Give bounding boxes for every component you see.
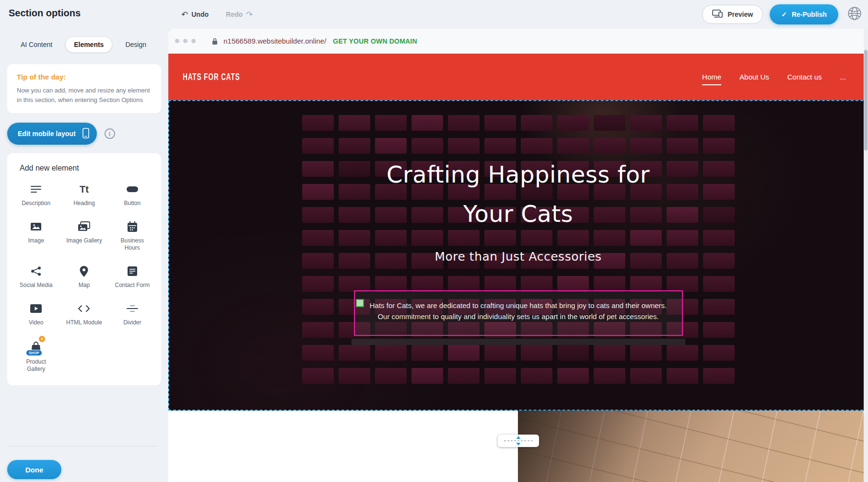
tip-of-the-day-card: Tip of the day: Now you can add, move an…: [7, 64, 161, 113]
shop-badge: SHOP: [26, 350, 42, 356]
selected-text-element[interactable]: Hats for Cats, we are dedicated to craft…: [354, 290, 683, 336]
edit-mobile-label: Edit mobile layout: [18, 130, 76, 138]
hero-heading[interactable]: Crafting Happiness for Your Cats: [169, 155, 867, 233]
brick-tile: [484, 345, 516, 361]
hero-content: Crafting Happiness for Your Cats More th…: [169, 101, 867, 345]
redo-label: Redo: [226, 11, 243, 18]
undo-label: Undo: [191, 11, 209, 18]
nav-about-us[interactable]: About Us: [739, 73, 769, 81]
next-section-white[interactable]: [168, 411, 518, 482]
element-business-hours[interactable]: Business Hours: [108, 219, 156, 252]
hero-section[interactable]: Crafting Happiness for Your Cats More th…: [168, 100, 868, 411]
window-dot: [191, 39, 196, 43]
element-video[interactable]: Video: [12, 301, 60, 326]
elements-grid: Description Tt Heading Button Image: [12, 182, 156, 373]
topbar-actions: Preview ✓ Re-Publish: [702, 4, 864, 24]
brick-tile: [703, 345, 735, 361]
hero-subheading[interactable]: More than Just Accessories: [169, 250, 867, 264]
topbar: Section options ↶ Undo Redo ↷ Preview ✓ …: [0, 0, 868, 29]
element-heading[interactable]: Tt Heading: [60, 182, 108, 207]
tab-elements[interactable]: Elements: [65, 36, 112, 53]
info-icon[interactable]: i: [105, 128, 115, 139]
site-header[interactable]: HATS FOR CATS Home About Us Contact us .…: [168, 54, 868, 100]
element-shadow: [352, 339, 685, 345]
get-domain-link[interactable]: GET YOUR OWN DOMAIN: [333, 37, 417, 45]
brick-tile: [448, 345, 480, 361]
video-icon: [30, 301, 42, 316]
preview-label: Preview: [727, 11, 753, 18]
site-logo[interactable]: HATS FOR CATS: [183, 71, 240, 82]
element-button[interactable]: Button: [108, 182, 156, 207]
element-contact-form[interactable]: Contact Form: [108, 264, 156, 289]
contact-form-icon: [127, 264, 138, 278]
map-pin-icon: [79, 264, 89, 278]
brick-tile: [339, 345, 370, 361]
redo-button[interactable]: Redo ↷: [226, 11, 253, 19]
brick-tile: [448, 368, 480, 384]
scrollbar-track[interactable]: [864, 29, 868, 482]
shopping-bag-icon: SHOP +: [30, 339, 42, 355]
element-image-gallery[interactable]: Image Gallery: [60, 219, 108, 252]
brick-tile: [302, 345, 334, 361]
image-icon: [30, 219, 42, 234]
element-description[interactable]: Description: [12, 182, 60, 207]
brick-tile: [630, 368, 662, 384]
element-image[interactable]: Image: [12, 219, 60, 252]
sidebar: AI Content Elements Design Tip of the da…: [0, 29, 168, 482]
brick-tile: [594, 345, 625, 361]
republish-label: Re-Publish: [792, 11, 827, 18]
done-button[interactable]: Done: [7, 460, 61, 479]
add-element-panel: Add new element Description Tt Heading B…: [7, 153, 161, 385]
brick-tile: [557, 368, 589, 384]
nav-home[interactable]: Home: [702, 73, 721, 81]
tip-title: Tip of the day:: [17, 73, 152, 81]
brick-tile: [630, 345, 662, 361]
page-title: Section options: [9, 8, 81, 19]
brick-tile: [667, 345, 698, 361]
image-gallery-icon: [77, 219, 91, 234]
globe-icon: [847, 6, 862, 23]
element-product-gallery[interactable]: SHOP + Product Gallery: [12, 339, 60, 373]
lock-icon: [212, 37, 218, 45]
scrollbar-thumb[interactable]: [864, 50, 868, 150]
brick-tile: [667, 368, 698, 384]
brick-tile: [521, 345, 552, 361]
element-divider[interactable]: Divider: [108, 301, 156, 326]
section-resize-handle[interactable]: [498, 435, 539, 447]
redo-icon: ↷: [246, 11, 253, 19]
edit-mobile-layout-button[interactable]: Edit mobile layout: [7, 123, 97, 145]
divider-icon: [126, 301, 139, 316]
description-icon: [30, 182, 42, 196]
button-icon: [126, 182, 139, 196]
republish-button[interactable]: ✓ Re-Publish: [770, 4, 838, 24]
pavement-photo[interactable]: [518, 411, 868, 482]
nav-more[interactable]: ...: [840, 73, 846, 81]
browser-chrome: n1566589.websitebuilder.online/ GET YOUR…: [168, 29, 868, 54]
language-globe-button[interactable]: [845, 5, 864, 24]
nav-contact-us[interactable]: Contact us: [787, 73, 822, 81]
drag-handle[interactable]: [356, 299, 364, 307]
undo-button[interactable]: ↶ Undo: [181, 11, 209, 19]
window-dot: [175, 39, 179, 43]
code-icon: [77, 301, 91, 316]
site-url: n1566589.websitebuilder.online/: [223, 37, 326, 45]
plus-badge: +: [39, 336, 45, 342]
heading-icon: Tt: [80, 182, 89, 196]
element-map[interactable]: Map: [60, 264, 108, 289]
element-html-module[interactable]: HTML Module: [60, 301, 108, 326]
devices-icon: [712, 10, 723, 19]
brick-tile: [411, 345, 443, 361]
brick-tile: [484, 368, 516, 384]
brick-tile: [375, 368, 407, 384]
brick-tile: [557, 345, 589, 361]
tab-ai-content[interactable]: AI Content: [12, 37, 60, 52]
undo-redo-group: ↶ Undo Redo ↷: [181, 0, 253, 29]
hero-paragraph[interactable]: Hats for Cats, we are dedicated to craft…: [364, 300, 672, 322]
check-icon: ✓: [781, 11, 787, 18]
preview-button[interactable]: Preview: [702, 5, 763, 24]
element-social-media[interactable]: Social Media: [12, 264, 60, 289]
phone-icon: [82, 128, 89, 140]
site-nav: Home About Us Contact us ...: [702, 73, 846, 81]
social-media-icon: [30, 264, 42, 278]
tab-design[interactable]: Design: [117, 37, 154, 52]
